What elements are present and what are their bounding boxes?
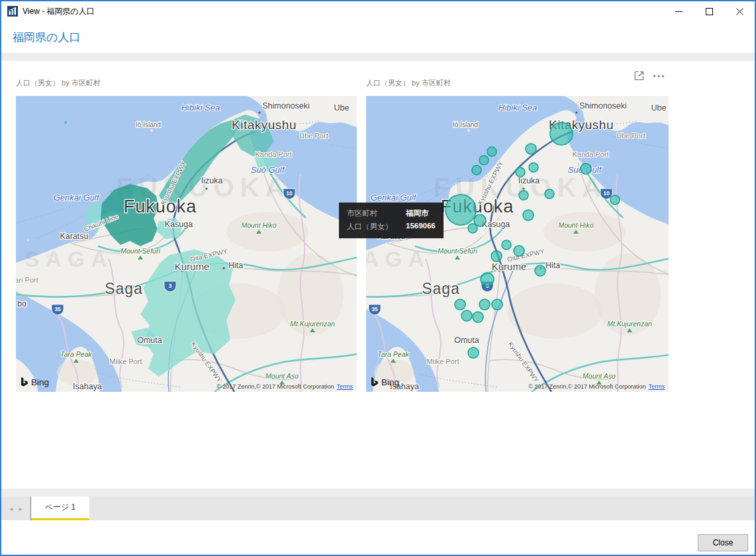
map-label: Isahaya — [73, 382, 102, 391]
map-bubble[interactable] — [481, 273, 494, 286]
map-label: Kasuga — [165, 220, 193, 229]
city-dot — [575, 111, 577, 113]
tab-navigation: ◂ ▸ — [1, 496, 31, 520]
map-label: Miike Port — [427, 357, 459, 365]
route-badge-number: 3 — [169, 283, 172, 289]
tooltip-label: 人口（男女） — [347, 222, 393, 232]
map-label: Tara Peak — [377, 350, 409, 358]
next-page-arrow[interactable]: ▸ — [19, 505, 23, 512]
map-label: bo — [17, 299, 26, 308]
map-label: Saga — [422, 280, 460, 297]
map-bubble[interactable] — [468, 348, 479, 358]
filled-map-canvas[interactable]: FUKUOKASAGAHibiki SeaShimonosekiUbeKitak… — [16, 96, 357, 392]
map-bubble[interactable] — [502, 240, 511, 250]
map-bubble[interactable] — [487, 147, 496, 156]
map-bubble[interactable] — [516, 167, 525, 177]
city-dot — [222, 267, 224, 269]
map-label: Hibiki Sea — [181, 103, 220, 113]
report-canvas-area: 人口（男女） by 市区町村 FUKUOKASAGAHibiki SeaShim… — [1, 53, 755, 496]
map-bubble[interactable] — [526, 144, 536, 154]
route-badge-number: 35 — [371, 306, 378, 312]
map-label: Ube Port — [616, 132, 645, 140]
titlebar: View - 福岡県の人口 — [1, 1, 755, 21]
bubble-map-svg: FUKUOKASAGAHibiki SeaShimonosekiUbeKitak… — [366, 96, 669, 392]
map-bubble[interactable] — [514, 246, 524, 256]
map-label: Mount Aso — [583, 372, 616, 380]
route-badge-number: 10 — [286, 190, 293, 197]
map-bubble[interactable] — [479, 156, 489, 165]
map-label: Hita — [228, 261, 243, 270]
bing-logo[interactable]: Bing — [371, 377, 399, 387]
map-label: ari Port — [16, 276, 38, 284]
terms-link[interactable]: Terms — [649, 383, 665, 390]
tooltip-label: 市区町村 — [347, 208, 393, 218]
more-options-icon[interactable] — [653, 74, 665, 78]
tooltip-value: 1569066 — [406, 222, 436, 232]
map-bubble[interactable] — [610, 195, 620, 205]
map-bubble[interactable] — [468, 224, 477, 233]
visual-title: 人口（男女） by 市区町村 — [366, 78, 669, 87]
close-button[interactable]: Close — [698, 534, 748, 551]
map-bubble[interactable] — [550, 122, 573, 145]
map-label: Mount Sefuri — [438, 247, 477, 255]
map-bubble[interactable] — [581, 163, 591, 174]
map-bubble[interactable] — [461, 310, 472, 321]
map-label: Iō Island — [453, 121, 478, 128]
map-bubble[interactable] — [529, 163, 538, 172]
page-title: 福岡県の人口 — [13, 30, 80, 45]
visual-tooltip: 市区町村 福岡市 人口（男女） 1569066 — [339, 203, 444, 238]
map-bubble[interactable] — [492, 299, 502, 310]
map-bubble[interactable] — [455, 299, 465, 310]
map-label: Kurume — [175, 261, 210, 272]
bing-logo-icon — [371, 377, 379, 387]
map-bubble[interactable] — [535, 265, 545, 276]
map-label: Omuta — [454, 336, 479, 345]
map-bubble[interactable] — [473, 312, 483, 322]
map-label: Hibiki Sea — [498, 103, 538, 113]
tooltip-value: 福岡市 — [406, 208, 436, 218]
map-bubble[interactable] — [479, 299, 490, 310]
map-bubble[interactable] — [523, 210, 534, 220]
focus-mode-icon[interactable] — [634, 71, 644, 81]
bing-logo-icon — [21, 377, 28, 387]
map-label: Kanda Port — [255, 150, 291, 158]
map-label: Ube Port — [299, 132, 328, 140]
bing-logo[interactable]: Bing — [21, 377, 49, 387]
map-label: Karatsu — [60, 232, 88, 241]
map-label: Genkai Gulf — [54, 193, 100, 203]
map-label: Kitakyushu — [232, 118, 297, 132]
window-controls — [663, 1, 755, 21]
maximize-icon — [706, 8, 713, 15]
map-label: Mount Hiko — [241, 221, 276, 229]
map-label: Shimonoseki — [579, 101, 627, 111]
maximize-button[interactable] — [694, 1, 724, 21]
map-attribution: © 2017 Zenrin,© 2017 Microsoft Corporati… — [216, 383, 353, 390]
city-dot — [258, 111, 260, 113]
map-label: Iizuka — [518, 176, 540, 185]
bing-label: Bing — [31, 377, 49, 387]
map-label: Suō Gulf — [251, 165, 285, 175]
report-header: 福岡県の人口 — [1, 21, 755, 53]
map-bubble[interactable] — [472, 165, 481, 175]
map-bubble[interactable] — [519, 191, 528, 200]
visual-filled-map[interactable]: 人口（男女） by 市区町村 FUKUOKASAGAHibiki SeaShim… — [16, 78, 357, 392]
minimize-button[interactable] — [663, 1, 694, 21]
map-label: Mt.Kujurenzan — [607, 320, 652, 328]
map-label: Mt.Kujurenzan — [290, 320, 335, 328]
report-page: 人口（男女） by 市区町村 FUKUOKASAGAHibiki SeaShim… — [1, 61, 755, 488]
map-label: Tara Peak — [60, 350, 92, 358]
map-label: Saga — [105, 280, 143, 297]
page-tab-1[interactable]: ページ 1 — [31, 496, 89, 520]
map-bubble[interactable] — [545, 189, 554, 199]
visual-header-icons — [634, 71, 665, 81]
map-bubble[interactable] — [446, 195, 476, 225]
bubble-map-canvas[interactable]: FUKUOKASAGAHibiki SeaShimonosekiUbeKitak… — [366, 96, 669, 392]
route-badge-number: 35 — [54, 306, 61, 312]
terms-link[interactable]: Terms — [337, 383, 354, 390]
close-window-button[interactable] — [724, 1, 755, 21]
map-label: Kurume — [492, 261, 527, 272]
close-icon — [736, 8, 743, 15]
prev-page-arrow[interactable]: ◂ — [9, 505, 13, 512]
dialog-window: View - 福岡県の人口 福岡県の人口 — [0, 0, 756, 556]
map-bubble[interactable] — [491, 251, 502, 261]
